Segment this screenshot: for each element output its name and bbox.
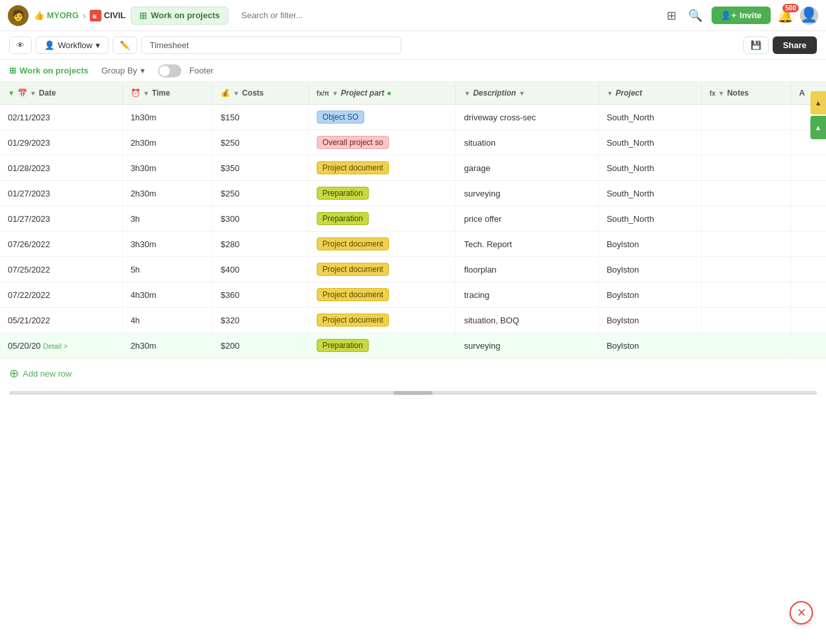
add-row-button[interactable]: ⊕ Add new row [0, 358, 81, 388]
cell-costs: $360 [213, 282, 309, 308]
project-part-tag[interactable]: Project document [317, 237, 389, 250]
cell-project-part[interactable]: Overall project so [308, 130, 456, 155]
cell-costs: $350 [213, 155, 309, 181]
right-tab-1[interactable]: ▲ [810, 91, 826, 114]
workflow-icon: 👤 [44, 40, 55, 50]
cell-project: Boylston [598, 257, 701, 282]
cell-costs: $280 [213, 232, 309, 257]
cell-project-part[interactable]: Preparation [308, 206, 456, 232]
view-toggle-button[interactable]: 👁 [9, 36, 32, 54]
col-project-part[interactable]: fx/π ▼ Project part ● [308, 82, 456, 105]
cell-project-part[interactable]: Project document [308, 155, 456, 181]
user-avatar[interactable]: 👤 [800, 7, 818, 25]
timesheet-input[interactable] [141, 36, 401, 54]
cell-extra [791, 257, 826, 282]
cell-costs: $250 [213, 181, 309, 206]
search-button[interactable]: 🔍 [686, 6, 705, 25]
cell-notes [702, 155, 792, 181]
cell-notes [702, 181, 792, 206]
project-part-tag[interactable]: Object SO [317, 111, 364, 124]
cell-time: 3h30m [122, 155, 213, 181]
table-row: 01/29/20232h30m$250Overall project sosit… [0, 130, 826, 155]
cell-extra [791, 282, 826, 308]
active-project-button[interactable]: ⊞ Work on projects [131, 7, 228, 25]
filter-icon: ▼ [464, 90, 470, 97]
edit-mode-button[interactable]: ✏️ [113, 36, 137, 54]
cell-date: 05/21/2022 [0, 308, 122, 333]
group-by-button[interactable]: Group By ▾ [96, 64, 150, 77]
nav-right-actions: ⊞ 🔍 👤+ Invite 🔔 500 👤 [664, 6, 818, 25]
save-icon: 💾 [751, 40, 762, 50]
cell-date: 01/28/2023 [0, 155, 122, 181]
avatar[interactable]: 🧑 [8, 5, 29, 26]
cell-time: 4h [122, 308, 213, 333]
cell-costs: $250 [213, 130, 309, 155]
cell-project-part[interactable]: Project document [308, 232, 456, 257]
col-description[interactable]: ▼ Description ▼ [456, 82, 598, 105]
col-notes[interactable]: fx ▼ Notes [702, 82, 792, 105]
cell-notes [702, 105, 792, 130]
notification-button[interactable]: 🔔 500 [777, 8, 793, 23]
table-row: 05/20/20 Detail >2h30m$200Preparationsur… [0, 333, 826, 358]
col-notes-formula-icon: fx [710, 90, 715, 97]
project-part-tag[interactable]: Project document [317, 263, 389, 276]
nav-myorg[interactable]: 👍 MYORG [34, 10, 79, 20]
civil-icon: ⊞ [90, 10, 101, 21]
cell-project-part[interactable]: Project document [308, 257, 456, 282]
table-header-row: ▼ 📅 ▼ Date ⏰ ▼ Time 💰 [0, 82, 826, 105]
cell-project: South_North [598, 206, 701, 232]
cell-project-part[interactable]: Preparation [308, 333, 456, 358]
cell-date: 02/11/2023 [0, 105, 122, 130]
subbar: ⊞ Work on projects Group By ▾ Footer [0, 60, 826, 82]
nav-civil[interactable]: ⊞ CIVIL [90, 10, 126, 21]
cell-date: 01/27/2023 [0, 206, 122, 232]
table-row: 07/22/20224h30m$360Project documenttraci… [0, 282, 826, 308]
scroll-thumb[interactable] [393, 391, 433, 395]
detail-link[interactable]: Detail > [43, 342, 68, 350]
cell-time: 2h30m [122, 181, 213, 206]
footer-toggle[interactable] [158, 64, 181, 77]
col-time[interactable]: ⏰ ▼ Time [122, 82, 213, 105]
notification-badge: 500 [782, 4, 799, 12]
col-date[interactable]: ▼ 📅 ▼ Date [0, 82, 122, 105]
project-part-tag[interactable]: Preparation [317, 339, 369, 352]
subbar-icon: ⊞ [9, 66, 16, 75]
horizontal-scrollbar[interactable] [9, 391, 817, 395]
subbar-project-title[interactable]: ⊞ Work on projects [9, 66, 88, 75]
col-project[interactable]: ▼ Project [598, 82, 701, 105]
project-part-tag[interactable]: Preparation [317, 187, 369, 200]
cell-time: 3h30m [122, 232, 213, 257]
share-button[interactable]: Share [773, 36, 817, 54]
cell-project-part[interactable]: Preparation [308, 181, 456, 206]
cell-notes [702, 232, 792, 257]
project-part-tag[interactable]: Project document [317, 288, 389, 301]
grid-view-button[interactable]: ⊞ [664, 6, 679, 25]
project-part-tag[interactable]: Project document [317, 161, 389, 174]
project-part-tag[interactable]: Preparation [317, 212, 369, 225]
data-table: ▼ 📅 ▼ Date ⏰ ▼ Time 💰 [0, 82, 826, 358]
col-formula-icon: fx/π [317, 90, 329, 97]
cell-project-part[interactable]: Project document [308, 282, 456, 308]
cell-extra [791, 206, 826, 232]
breadcrumb: 👍 MYORG › ⊞ CIVIL [34, 10, 126, 21]
invite-button[interactable]: 👤+ Invite [712, 7, 771, 24]
footer-label: Footer [189, 66, 214, 75]
cell-description: driveway cross-sec [456, 105, 598, 130]
cell-notes [702, 206, 792, 232]
search-input[interactable] [233, 7, 659, 24]
cell-project-part[interactable]: Project document [308, 308, 456, 333]
chevron-down-icon: ▾ [140, 66, 145, 75]
cell-project-part[interactable]: Object SO [308, 105, 456, 130]
save-button[interactable]: 💾 [743, 36, 769, 54]
cell-project: Boylston [598, 232, 701, 257]
project-part-tag[interactable]: Project document [317, 314, 389, 327]
svg-text:⊞: ⊞ [92, 14, 97, 20]
cell-date: 07/26/2022 [0, 232, 122, 257]
project-part-tag[interactable]: Overall project so [317, 136, 389, 149]
filter-icon-2: ▼ [518, 90, 525, 97]
cell-project: South_North [598, 105, 701, 130]
col-costs[interactable]: 💰 ▼ Costs [213, 82, 309, 105]
right-tab-2[interactable]: ▲ [810, 116, 826, 139]
workflow-button[interactable]: 👤 Workflow ▾ [36, 36, 109, 54]
cell-time: 2h30m [122, 130, 213, 155]
